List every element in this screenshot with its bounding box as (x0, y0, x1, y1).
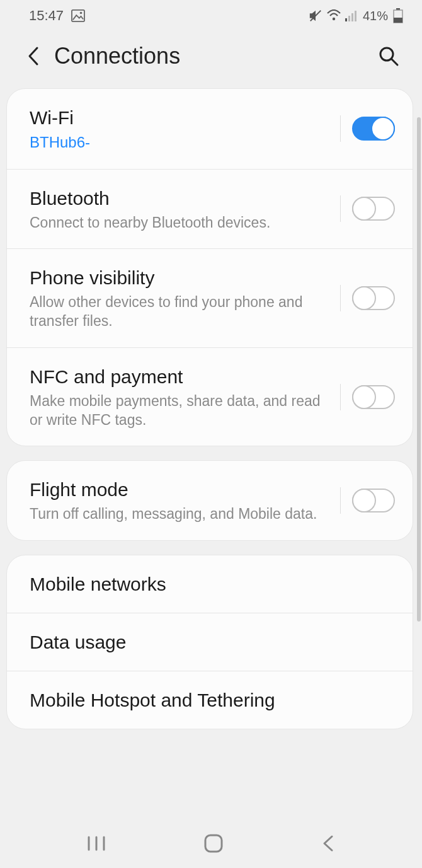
header: Connections (0, 30, 422, 88)
status-bar: 15:47 41% (0, 0, 422, 30)
data-usage-row[interactable]: Data usage (7, 613, 413, 671)
phone-visibility-title: Phone visibility (30, 265, 334, 290)
phone-visibility-row[interactable]: Phone visibility Allow other devices to … (7, 249, 413, 348)
search-button[interactable] (378, 45, 403, 67)
bluetooth-title: Bluetooth (30, 186, 334, 211)
divider (340, 384, 341, 410)
home-button[interactable] (203, 833, 224, 854)
nfc-toggle[interactable] (352, 385, 395, 409)
status-time: 15:47 (29, 8, 64, 24)
bluetooth-row[interactable]: Bluetooth Connect to nearby Bluetooth de… (7, 170, 413, 249)
mobile-networks-title: Mobile networks (30, 572, 395, 596)
nfc-sub: Make mobile payments, share data, and re… (30, 391, 334, 430)
flight-mode-toggle[interactable] (352, 489, 395, 512)
signal-icon (345, 10, 358, 21)
battery-icon (393, 8, 403, 23)
wifi-network: BTHub6- (30, 132, 334, 153)
recents-button[interactable] (86, 835, 106, 852)
divider (340, 285, 341, 311)
divider (340, 115, 341, 142)
battery-percent: 41% (363, 9, 388, 23)
phone-visibility-sub: Allow other devices to find your phone a… (30, 292, 334, 331)
page-title: Connections (54, 43, 365, 69)
nfc-row[interactable]: NFC and payment Make mobile payments, sh… (7, 348, 413, 446)
bluetooth-toggle[interactable] (352, 197, 395, 221)
flight-mode-row[interactable]: Flight mode Turn off calling, messaging,… (7, 461, 413, 540)
svg-rect-0 (72, 10, 84, 21)
navigation-bar (0, 819, 422, 868)
svg-point-3 (333, 18, 335, 20)
flight-mode-sub: Turn off calling, messaging, and Mobile … (30, 504, 334, 523)
svg-rect-10 (394, 18, 402, 23)
wifi-title: Wi-Fi (30, 105, 334, 130)
svg-rect-6 (351, 13, 353, 21)
phone-visibility-toggle[interactable] (352, 286, 395, 310)
mobile-networks-row[interactable]: Mobile networks (7, 555, 413, 613)
connections-group-3: Mobile networks Data usage Mobile Hotspo… (6, 555, 413, 729)
svg-line-12 (392, 59, 397, 65)
bluetooth-sub: Connect to nearby Bluetooth devices. (30, 213, 334, 232)
svg-point-1 (80, 12, 83, 14)
wifi-icon (326, 9, 341, 22)
hotspot-row[interactable]: Mobile Hotspot and Tethering (7, 671, 413, 729)
divider (340, 487, 341, 514)
nfc-title: NFC and payment (30, 364, 334, 389)
flight-mode-title: Flight mode (30, 477, 334, 502)
divider (340, 195, 341, 222)
connections-group-1: Wi-Fi BTHub6- Bluetooth Connect to nearb… (6, 88, 413, 446)
svg-rect-4 (345, 18, 347, 21)
wifi-toggle[interactable] (352, 117, 395, 141)
screenshot-icon (71, 9, 85, 22)
hotspot-title: Mobile Hotspot and Tethering (30, 688, 395, 712)
data-usage-title: Data usage (30, 630, 395, 654)
nav-back-button[interactable] (321, 834, 336, 853)
svg-rect-7 (355, 11, 356, 21)
svg-rect-5 (348, 16, 350, 21)
connections-group-2: Flight mode Turn off calling, messaging,… (6, 460, 413, 540)
scroll-indicator[interactable] (417, 117, 421, 622)
back-button[interactable] (25, 45, 42, 67)
mute-icon (309, 9, 322, 23)
wifi-row[interactable]: Wi-Fi BTHub6- (7, 89, 413, 170)
svg-rect-16 (205, 835, 222, 852)
